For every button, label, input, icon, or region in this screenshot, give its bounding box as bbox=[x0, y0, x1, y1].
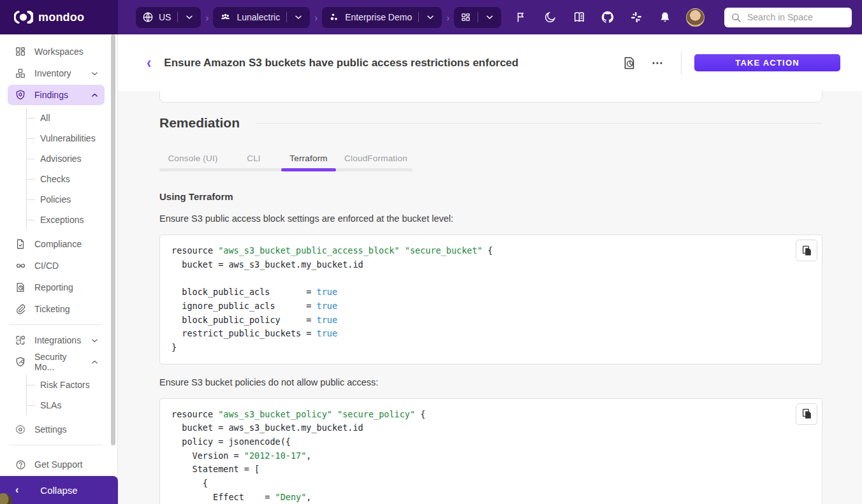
sidebar-divider bbox=[9, 324, 102, 325]
using-terraform-heading: Using Terraform bbox=[159, 191, 822, 202]
integrations-icon bbox=[14, 335, 27, 346]
chevron-left-icon: ‹ bbox=[15, 484, 18, 496]
docs-book-icon[interactable] bbox=[571, 10, 587, 25]
sidebar-item-label: Reporting bbox=[34, 282, 99, 292]
brand-area[interactable]: mondoo bbox=[0, 0, 118, 34]
sidebar-item-label: Integrations bbox=[34, 335, 82, 345]
sidebar-item-integrations[interactable]: Integrations bbox=[8, 330, 105, 350]
chevron-down-icon[interactable] bbox=[485, 12, 495, 22]
sidebar-item-label: Inventory bbox=[34, 68, 82, 78]
region-selector[interactable]: US bbox=[136, 7, 201, 28]
chevron-down-icon[interactable] bbox=[184, 12, 194, 22]
org-selector[interactable]: Lunalectric bbox=[213, 7, 310, 28]
previous-card-bottom bbox=[159, 91, 822, 103]
tab-terraform[interactable]: Terraform bbox=[281, 148, 336, 168]
chevron-up-icon bbox=[90, 90, 99, 100]
notifications-bell-icon[interactable] bbox=[657, 10, 673, 25]
sidebar-item-findings-all[interactable]: All bbox=[27, 108, 105, 128]
copy-code-button[interactable] bbox=[796, 240, 817, 261]
page-header: ‹ Ensure Amazon S3 buckets have public a… bbox=[118, 34, 862, 91]
sidebar-item-cicd[interactable]: CI/CD bbox=[8, 256, 105, 276]
sidebar-item-security-model[interactable]: Security Mo... bbox=[8, 352, 105, 372]
report-doc-pie-icon[interactable] bbox=[621, 55, 638, 71]
findings-shield-bug-icon bbox=[14, 89, 27, 101]
chevron-down-icon[interactable] bbox=[425, 12, 435, 22]
region-label: US bbox=[159, 12, 171, 22]
tab-console-ui[interactable]: Console (UI) bbox=[159, 148, 226, 168]
remediation-section-header: Remediation bbox=[159, 115, 822, 131]
sidebar-item-label: Findings bbox=[34, 90, 82, 100]
sub-item-label: SLAs bbox=[40, 400, 61, 410]
mondoo-logo-icon bbox=[14, 11, 33, 24]
space-search bbox=[724, 8, 852, 27]
sidebar-item-workspaces[interactable]: Workspaces bbox=[8, 41, 105, 62]
chip-divider bbox=[418, 12, 419, 22]
tab-cloudformation[interactable]: CloudFormation bbox=[336, 148, 416, 168]
take-action-button[interactable]: TAKE ACTION bbox=[694, 54, 840, 71]
space-selector[interactable]: Enterprise Demo bbox=[322, 7, 442, 28]
cicd-infinity-icon bbox=[14, 260, 27, 271]
sidebar-item-risk-factors[interactable]: Risk Factors bbox=[27, 375, 105, 395]
workspace-grid-icon bbox=[460, 12, 471, 23]
chevron-down-icon bbox=[90, 69, 99, 78]
slack-icon[interactable] bbox=[629, 10, 644, 25]
sidebar-item-ticketing[interactable]: Ticketing bbox=[8, 299, 105, 319]
header-actions: TAKE ACTION bbox=[621, 52, 840, 75]
user-avatar[interactable] bbox=[686, 8, 705, 27]
chevron-down-icon[interactable] bbox=[293, 12, 303, 22]
section-rule bbox=[256, 123, 822, 124]
sub-item-label: Policies bbox=[40, 194, 71, 205]
copy-code-button[interactable] bbox=[796, 403, 817, 425]
app-window: mondoo US › bbox=[0, 0, 862, 504]
brand-name: mondoo bbox=[38, 11, 84, 24]
sidebar-item-label: Workspaces bbox=[34, 47, 99, 57]
tab-cli[interactable]: CLI bbox=[226, 148, 281, 168]
intro-paragraph-1: Ensure S3 public access block settings a… bbox=[159, 213, 822, 224]
sidebar-item-label: Security Mo... bbox=[34, 352, 82, 372]
sidebar-item-inventory[interactable]: Inventory bbox=[8, 63, 105, 83]
sidebar-item-exceptions[interactable]: Exceptions bbox=[27, 210, 105, 230]
settings-gear-icon bbox=[14, 424, 27, 435]
sidebar-item-advisories[interactable]: Advisories bbox=[27, 148, 105, 169]
org-label: Lunalectric bbox=[237, 12, 280, 22]
intro-paragraph-2: Ensure S3 bucket policies do not allow p… bbox=[159, 377, 822, 387]
remediation-title: Remediation bbox=[159, 115, 240, 131]
page-title: Ensure Amazon S3 buckets have public acc… bbox=[164, 57, 518, 69]
flag-icon[interactable] bbox=[514, 10, 529, 25]
sub-item-label: Exceptions bbox=[40, 215, 84, 225]
more-options-ellipsis-icon[interactable] bbox=[649, 55, 666, 71]
back-button[interactable]: ‹ bbox=[147, 53, 151, 73]
breadcrumb: US › Lunalectric bbox=[118, 0, 862, 34]
chevron-down-icon bbox=[90, 336, 99, 345]
breadcrumb-separator: › bbox=[205, 12, 208, 23]
main-content: ‹ Ensure Amazon S3 buckets have public a… bbox=[118, 34, 862, 504]
github-icon[interactable] bbox=[600, 10, 615, 25]
sidebar-item-checks[interactable]: Checks bbox=[27, 169, 105, 189]
scroll-area[interactable]: Remediation Console (UI) CLI Terraform C… bbox=[118, 91, 862, 504]
sidebar-item-policies[interactable]: Policies bbox=[27, 189, 105, 210]
space-label: Enterprise Demo bbox=[345, 12, 412, 22]
compliance-doc-check-icon bbox=[14, 238, 27, 250]
search-input[interactable] bbox=[747, 12, 845, 22]
sidebar-scrollbar[interactable] bbox=[111, 34, 115, 445]
sidebar-item-slas[interactable]: SLAs bbox=[27, 395, 105, 415]
globe-icon bbox=[142, 11, 154, 23]
chip-divider bbox=[177, 12, 178, 22]
dark-mode-moon-icon[interactable] bbox=[543, 10, 558, 25]
collapse-label: Collapse bbox=[40, 485, 77, 496]
sub-item-label: All bbox=[40, 113, 50, 123]
sidebar-item-settings[interactable]: Settings bbox=[8, 419, 105, 440]
sidebar-item-findings[interactable]: Findings bbox=[8, 85, 105, 105]
workspace-selector[interactable] bbox=[454, 7, 501, 28]
sidebar-item-vulnerabilities[interactable]: Vulnerabilities bbox=[27, 128, 105, 148]
collapse-sidebar-button[interactable]: ‹ Collapse bbox=[0, 476, 118, 504]
sidebar-item-reporting[interactable]: Reporting bbox=[8, 277, 105, 298]
sidebar: Workspaces Inventory bbox=[0, 34, 118, 504]
search-icon bbox=[731, 12, 741, 23]
workspaces-icon bbox=[14, 46, 27, 57]
sidebar-item-get-support[interactable]: Get Support bbox=[8, 454, 105, 475]
sidebar-item-compliance[interactable]: Compliance bbox=[8, 234, 105, 254]
topbar: mondoo US › bbox=[0, 0, 862, 34]
findings-subtree: All Vulnerabilities Advisories Checks Po… bbox=[26, 108, 105, 230]
remediation-tabs: Console (UI) CLI Terraform CloudFormatio… bbox=[159, 148, 416, 171]
